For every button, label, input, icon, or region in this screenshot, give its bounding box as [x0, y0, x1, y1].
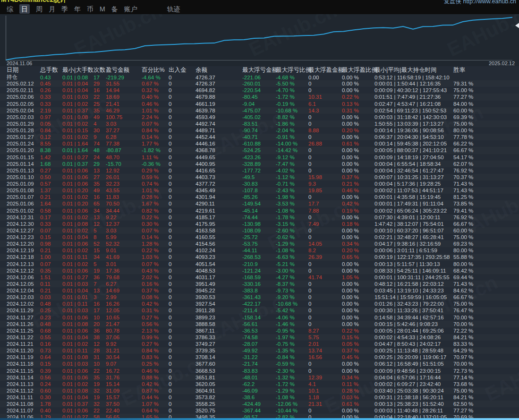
table-row[interactable]: 2024.12.120.350.01 | 0.061917.360.43 %04…: [0, 267, 519, 274]
cell-max-float-loss: -80.45: [242, 94, 276, 100]
table-row[interactable]: 2024.11.270.230.01 | 0.061010.650.27 %03…: [0, 314, 519, 321]
table-row[interactable]: 2024.12.230.150.01 | 0.0485.990.14 %0416…: [0, 234, 519, 240]
table-row[interactable]: 2024.11.130.240.01 | 0.021915.140.42 %03…: [0, 381, 519, 387]
cell-minmax-lots: 0.01 | 0.06: [62, 174, 94, 180]
table-row[interactable]: 2024.12.061.510.01 | 0.273679.682.02 %04…: [0, 274, 519, 281]
tab-季[interactable]: 季: [61, 5, 68, 13]
table-row[interactable]: 2024.12.181.000.01 | 0.113441.691.03 %04…: [0, 254, 519, 260]
cell-hold-time: 0:02:21 | 32:48:27 | 65:28:41: [374, 234, 453, 240]
tab-月[interactable]: 月: [49, 5, 55, 13]
table-row[interactable]: 2024.11.110.300.01 | 0.041915.570.44 %03…: [0, 394, 519, 401]
table-row[interactable]: 2024.11.190.640.01 | 0.083130.540.83 %03…: [0, 354, 519, 360]
table-row[interactable]: 2025.02.030.970.01 | 0.0849100.752.24 %0…: [0, 114, 519, 120]
cell-hold-time: 0:03:40 | 25:03:38 | 90:30:24: [374, 388, 453, 394]
cell-in-out: 0: [169, 81, 196, 86]
position-row[interactable]: 持仓0.430.01 | 0.0817-219.29-4.64 %04726.3…: [0, 74, 519, 80]
table-row[interactable]: 2024.11.210.160.01 | 0.02129.920.27 %037…: [0, 341, 519, 347]
tab-M[interactable]: M: [100, 5, 105, 13]
tab-年[interactable]: 年: [74, 5, 81, 13]
cell-pl-pct: 0.84 %: [142, 348, 169, 353]
table-row[interactable]: 2025.01.141.680.01 | 0.3729-15.70-0.36 %…: [0, 161, 519, 167]
table-row[interactable]: 2025.02.060.330.01 | 0.032218.690.40 %04…: [0, 94, 519, 100]
table-row[interactable]: 2024.11.061.790.01 | 0.275856.651.65 %03…: [0, 414, 519, 418]
table-row[interactable]: 2025.01.081.370.01 | 0.204943.551.01 %04…: [0, 187, 519, 194]
table-row[interactable]: 2025.02.050.330.01 | 0.022521.410.46 %04…: [0, 101, 519, 107]
table-row[interactable]: 2024.11.290.250.01 | 0.031712.050.31 %03…: [0, 307, 519, 314]
cell-minmax-lots: 0.01 | 0.27: [62, 154, 94, 160]
cell-win-rate: 84.21 %: [453, 394, 519, 400]
tab-备[interactable]: 备: [111, 5, 118, 13]
table-row[interactable]: 2024.12.190.210.01 | 0.02159.010.22 %041…: [0, 247, 519, 254]
table-row[interactable]: 2024.11.150.390.01 | 0.062216.720.46 %03…: [0, 368, 519, 374]
table-row[interactable]: 2024.12.310.170.01 | 0.02139.220.22 %041…: [0, 214, 519, 221]
table-row[interactable]: 2025.01.280.840.01 | 0.153037.270.84 %04…: [0, 127, 519, 134]
table-row[interactable]: 2024.11.200.730.01 | 0.112831.210.84 %03…: [0, 347, 519, 354]
table-row[interactable]: 2024.11.120.600.01 | 0.083231.090.87 %03…: [0, 387, 519, 394]
table-row[interactable]: 2025.01.061.640.01 | 0.206570.501.67 %04…: [0, 200, 519, 207]
tab-轨迹[interactable]: 轨迹: [167, 5, 180, 13]
table-row[interactable]: 2024.12.020.480.01 | 0.111616.260.42 %03…: [0, 300, 519, 307]
cell-pl-amount: 46.29: [106, 108, 142, 113]
cell-count: 12: [94, 221, 106, 227]
cell-pl-amount: 16.72: [106, 368, 142, 374]
tab-账户[interactable]: 账户: [124, 5, 137, 13]
cell-pl-amount: 100.75: [106, 114, 142, 120]
tab-周[interactable]: 周: [36, 5, 43, 13]
cell-minmax-lots: 0.01 | 0.02: [62, 121, 94, 127]
cell-pl-pct: 0.22 %: [142, 248, 169, 253]
table-row[interactable]: 2024.11.220.550.01 | 0.043837.060.99 %03…: [0, 334, 519, 341]
cell-date: 2024.11.19: [7, 354, 40, 360]
cell-minmax-lots: 0.01 | 0.02: [62, 341, 94, 347]
cell-max-float-loss-pct: -1.32 %: [276, 375, 308, 380]
site-link[interactable]: 复盘侠 http://www.eahub.cn: [443, 0, 516, 6]
tab-综[interactable]: 综: [7, 5, 13, 13]
table-row[interactable]: 2025.01.208.380.01 | 1.6448-80.87-1.82 %…: [0, 147, 519, 154]
tab-币[interactable]: 币: [87, 5, 94, 13]
table-row[interactable]: 2025.02.042.190.01 | 0.373546.291.01 %04…: [0, 107, 519, 114]
cell-hold-time: 0:00:19 | 122:17:35 | 293:25:58: [374, 254, 453, 260]
table-row[interactable]: 2024.11.250.680.01 | 0.063680.782.13 %03…: [0, 327, 519, 334]
table-row[interactable]: 2024.11.260.480.01 | 0.082021.470.56 %03…: [0, 321, 519, 327]
table-row[interactable]: 2025.01.248.550.01 | 1.647477.381.77 %04…: [0, 140, 519, 147]
table-row[interactable]: 2025.01.090.570.01 | 0.063532.230.74 %04…: [0, 180, 519, 187]
table-row[interactable]: 2024.12.050.110.01 | 0.0376.270.16 %0395…: [0, 281, 519, 287]
table-row[interactable]: 2025.01.270.120.01 | 0.0296.280.14 %0445…: [0, 134, 519, 140]
cell-pl-pct: 0.64 %: [142, 408, 169, 413]
table-row[interactable]: 2024.11.180.150.01 | 0.03109.070.25 %036…: [0, 360, 519, 367]
table-row[interactable]: 2024.12.270.070.01 | 0.0253.030.07 %0416…: [0, 227, 519, 234]
table-row[interactable]: 2024.12.200.980.01 | 0.065252.321.28 %04…: [0, 240, 519, 247]
cell-max-float-profit: 0: [308, 361, 342, 367]
cell-count: 34: [94, 208, 106, 214]
table-row[interactable]: 2024.12.130.070.01 | 0.0253.010.07 %0405…: [0, 261, 519, 267]
table-row[interactable]: 2025.01.130.270.01 | 0.061312.920.29 %04…: [0, 167, 519, 174]
cell-balance: 3945.22: [196, 288, 242, 293]
cell-win-rate: 70.37 %: [453, 174, 519, 180]
cell-count: 52: [94, 241, 106, 247]
table-row[interactable]: 2025.01.020.580.01 | 0.063434.440.82 %04…: [0, 207, 519, 214]
cell-pl-amount: 21.41: [106, 101, 142, 107]
cell-max-float-profit: 21.31: [308, 401, 342, 407]
table-row[interactable]: 2024.11.140.560.01 | 0.063531.760.88 %03…: [0, 374, 519, 381]
bottom-scrollbar[interactable]: [0, 418, 519, 420]
table-row[interactable]: 2025.02.120.450.01 | 0.042931.550.67 %04…: [0, 80, 519, 87]
cell-max-float-profit: 14.3: [308, 108, 342, 113]
cell-lots: 0.16: [40, 341, 62, 347]
table-row[interactable]: 2025.01.290.050.01 | 0.0243.030.07 %0449…: [0, 120, 519, 127]
cell-pl-pct: -1.82 %: [142, 147, 169, 153]
scroll-handle-icon[interactable]: [515, 22, 519, 29]
cell-count: 16: [94, 194, 106, 200]
table-row[interactable]: 2025.01.100.500.01 | 0.062726.010.59 %04…: [0, 174, 519, 180]
table-row[interactable]: 2025.02.110.260.01 | 0.041614.940.32 %04…: [0, 87, 519, 94]
table-row[interactable]: 2024.12.040.210.01 | 0.041314.690.37 %03…: [0, 287, 519, 294]
cell-max-float-loss: -260.01: [242, 81, 276, 86]
table-row[interactable]: 2024.12.030.030.01 | 0.0132.990.08 %0393…: [0, 294, 519, 300]
table-row[interactable]: 2025.01.151.420.01 | 0.272448.701.11 %04…: [0, 154, 519, 161]
cell-win-rate: 69.23 %: [453, 241, 519, 247]
table-row[interactable]: 2024.12.300.330.01 | 0.081212.370.30 %04…: [0, 221, 519, 227]
cell-pl-pct: 0.87 %: [142, 388, 169, 394]
cell-max-float-profit-pct: 0.28 %: [342, 388, 374, 394]
table-row[interactable]: 2025.01.070.210.01 | 0.021611.830.28 %04…: [0, 194, 519, 200]
table-row[interactable]: 2024.11.081.780.01 | 0.373237.501.07 %03…: [0, 401, 519, 407]
tab-日[interactable]: 日: [19, 4, 30, 14]
table-row[interactable]: 2024.11.070.400.01 | 0.062222.400.64 %03…: [0, 407, 519, 414]
